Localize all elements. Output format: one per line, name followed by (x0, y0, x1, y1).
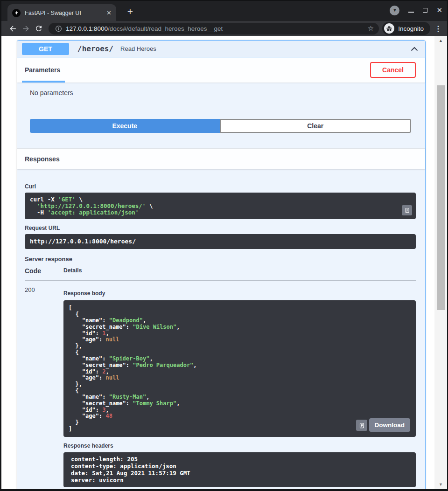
swagger-page: GET /heroes/ Read Heroes Parameters Canc… (1, 36, 447, 489)
parameters-body: No parameters Execute Clear (17, 83, 425, 148)
url-host: 127.0.0.1:8000 (66, 25, 108, 32)
response-headers-label: Response headers (63, 443, 416, 449)
url-path: /docs#/default/read_heroes_heroes__get (108, 25, 223, 32)
status-code: 200 (25, 286, 63, 487)
menu-dots-icon[interactable]: ⋮ (434, 24, 442, 33)
incognito-icon (384, 23, 394, 34)
address-bar[interactable]: 127.0.0.1:8000/docs#/default/read_heroes… (49, 23, 379, 35)
copy-response-button[interactable] (356, 420, 367, 431)
tab-close-icon[interactable]: ✕ (106, 9, 112, 16)
incognito-badge: Incognito (382, 22, 430, 35)
server-response-label: Server response (25, 256, 416, 263)
curl-label: Curl (25, 183, 416, 190)
fastapi-favicon-icon (12, 9, 21, 17)
no-parameters-text: No parameters (30, 89, 411, 97)
back-button[interactable] (6, 22, 19, 35)
tab-search-icon[interactable]: ▼ (390, 6, 399, 15)
new-tab-button[interactable]: + (124, 6, 137, 19)
titlebar: FastAPI - Swagger UI ✕ + ▼ ✕ (1, 0, 447, 21)
method-badge: GET (22, 43, 69, 55)
clear-button[interactable]: Clear (220, 119, 412, 133)
scrollbar-thumb[interactable] (437, 85, 445, 310)
url-text: 127.0.0.1:8000/docs#/default/read_heroes… (66, 25, 223, 32)
forward-button[interactable] (19, 22, 32, 35)
minimize-button[interactable] (408, 6, 414, 14)
active-tab-underline (22, 81, 65, 83)
request-url-label: Request URL (25, 225, 416, 231)
tab-title: FastAPI - Swagger UI (25, 10, 104, 16)
window-close-button[interactable]: ✕ (436, 6, 442, 14)
response-body: [ { "name": "Deadpond", "secret_name": "… (63, 300, 416, 437)
browser-window: FastAPI - Swagger UI ✕ + ▼ ✕ 127.0.0.1:8… (0, 0, 448, 491)
cancel-button[interactable]: Cancel (370, 62, 416, 78)
details-column-header: Details (63, 267, 82, 275)
endpoint-path: /heroes/ (77, 44, 113, 53)
collapse-chevron-icon[interactable] (411, 47, 418, 51)
incognito-label: Incognito (398, 25, 424, 32)
reload-button[interactable] (32, 22, 45, 35)
browser-tab[interactable]: FastAPI - Swagger UI ✕ (7, 4, 116, 21)
execute-button[interactable]: Execute (30, 119, 220, 133)
parameters-section-header: Parameters Cancel (17, 57, 425, 83)
opblock-get-heroes: GET /heroes/ Read Heroes Parameters Canc… (17, 40, 426, 489)
tab-parameters[interactable]: Parameters (25, 66, 60, 74)
opblock-header[interactable]: GET /heroes/ Read Heroes (17, 41, 425, 57)
browser-toolbar: 127.0.0.1:8000/docs#/default/read_heroes… (1, 21, 447, 36)
page-scrollbar[interactable]: ▲ ▼ (434, 36, 447, 489)
responses-body: Curl curl -X 'GET' \ 'http://127.0.0.1:8… (17, 183, 425, 489)
responses-section-header: Responses (17, 148, 425, 169)
download-button[interactable]: Download (369, 418, 411, 432)
request-url-value: http://127.0.0.1:8000/heroes/ (25, 234, 416, 249)
scrollbar-down-icon[interactable]: ▼ (434, 482, 447, 487)
response-body-label: Response body (63, 290, 416, 297)
code-column-header: Code (25, 267, 63, 275)
responses-title: Responses (25, 155, 60, 163)
table-row: 200 Response body [ { "name": "Deadpond"… (25, 281, 416, 487)
scrollbar-up-icon[interactable]: ▲ (434, 38, 447, 43)
server-response-table: Code Details 200 Response body [ { "name… (25, 267, 416, 487)
response-headers: content-length: 205content-type: applica… (63, 452, 416, 487)
maximize-button[interactable] (423, 6, 427, 14)
endpoint-summary: Read Heroes (120, 45, 156, 52)
info-icon[interactable] (54, 22, 63, 35)
copy-curl-button[interactable] (402, 205, 412, 215)
curl-command: curl -X 'GET' \ 'http://127.0.0.1:8000/h… (25, 193, 416, 219)
bookmark-star-icon[interactable]: ☆ (364, 24, 374, 33)
